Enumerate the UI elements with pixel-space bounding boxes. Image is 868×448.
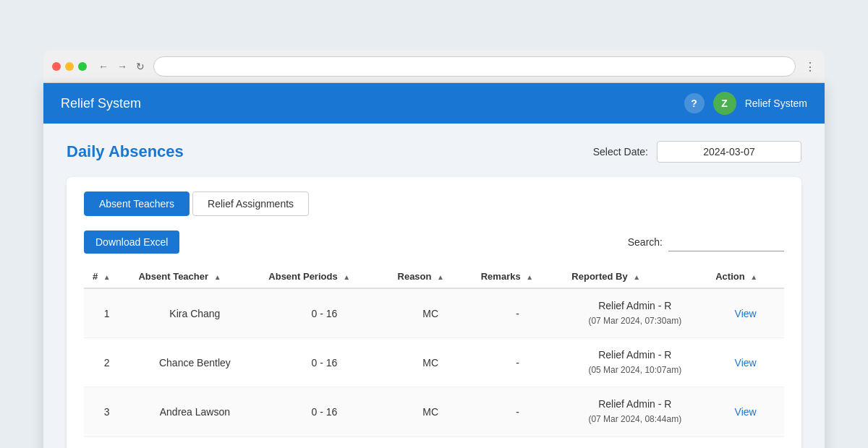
cell-periods-0: 0 - 16 [260, 288, 388, 338]
cell-remarks-0: - [472, 288, 563, 338]
table-row: 1 Kira Chang 0 - 16 MC - Relief Admin - … [84, 288, 784, 338]
cell-num-1: 2 [84, 338, 129, 387]
minimize-button[interactable] [65, 62, 74, 71]
main-card: Absent Teachers Relief Assignments Downl… [67, 177, 801, 448]
cell-periods-3: 0 - 16 [260, 436, 388, 448]
sort-icon-num: ▲ [103, 273, 111, 281]
cell-reported-1: Relief Admin - R (05 Mar 2024, 10:07am) [563, 338, 707, 387]
table-row: 4 Beau Rodgers 0 - 16 MC - Relief Admin … [84, 436, 784, 448]
date-selector: Select Date: [593, 141, 801, 163]
cell-action-1[interactable]: View [707, 338, 784, 387]
page-header: Daily Absences Select Date: [67, 141, 801, 163]
cell-reason-1: MC [389, 338, 472, 387]
cell-teacher-1: Chance Bentley [129, 338, 260, 387]
avatar: Z [713, 92, 736, 115]
cell-num-2: 3 [84, 387, 129, 436]
cell-reported-3: Relief Admin - R (07 Mar 2024, 03:03pm) [563, 436, 707, 448]
cell-reason-2: MC [389, 387, 472, 436]
cell-action-2[interactable]: View [707, 387, 784, 436]
col-header-action[interactable]: Action ▲ [707, 265, 784, 288]
address-bar[interactable] [153, 56, 796, 77]
sort-icon-reason: ▲ [437, 273, 444, 281]
col-header-remarks[interactable]: Remarks ▲ [472, 265, 563, 288]
sort-icon-action: ▲ [750, 273, 757, 281]
col-header-reported[interactable]: Reported By ▲ [563, 265, 707, 288]
browser-chrome: ← → ↻ ⋮ [43, 51, 825, 83]
nav-arrows: ← → ↻ [95, 59, 148, 74]
sort-icon-reported: ▲ [633, 273, 640, 281]
cell-periods-2: 0 - 16 [260, 387, 388, 436]
search-input[interactable] [668, 233, 784, 251]
view-link-2[interactable]: View [735, 406, 757, 418]
table-container: # ▲ Absent Teacher ▲ Absent Periods ▲ [84, 265, 784, 448]
tab-absent-teachers[interactable]: Absent Teachers [84, 191, 190, 216]
view-link-1[interactable]: View [735, 357, 757, 369]
page-title: Daily Absences [67, 142, 184, 161]
table-header-row: # ▲ Absent Teacher ▲ Absent Periods ▲ [84, 265, 784, 288]
cell-remarks-1: - [472, 338, 563, 387]
search-area: Search: [628, 233, 784, 251]
cell-reason-3: MC [389, 436, 472, 448]
cell-reported-2: Relief Admin - R (07 Mar 2024, 08:44am) [563, 387, 707, 436]
cell-reason-0: MC [389, 288, 472, 338]
cell-periods-1: 0 - 16 [260, 338, 388, 387]
forward-button[interactable]: → [114, 59, 130, 74]
table-row: 2 Chance Bentley 0 - 16 MC - Relief Admi… [84, 338, 784, 387]
close-button[interactable] [52, 62, 61, 71]
cell-action-3[interactable]: View [707, 436, 784, 448]
app-title: Relief System [61, 96, 141, 111]
col-header-periods[interactable]: Absent Periods ▲ [260, 265, 388, 288]
header-right: ? Z Relief System [684, 92, 807, 115]
col-header-num[interactable]: # ▲ [84, 265, 129, 288]
date-input[interactable] [657, 141, 801, 163]
sort-icon-remarks: ▲ [526, 273, 533, 281]
sort-icon-periods: ▲ [343, 273, 350, 281]
table-row: 3 Andrea Lawson 0 - 16 MC - Relief Admin… [84, 387, 784, 436]
cell-action-0[interactable]: View [707, 288, 784, 338]
cell-remarks-3: - [472, 436, 563, 448]
cell-remarks-2: - [472, 387, 563, 436]
table-body: 1 Kira Chang 0 - 16 MC - Relief Admin - … [84, 288, 784, 448]
back-button[interactable]: ← [95, 59, 111, 74]
browser-menu-icon[interactable]: ⋮ [804, 60, 816, 74]
user-name-label: Relief System [745, 98, 807, 109]
traffic-lights [52, 62, 87, 71]
tabs: Absent Teachers Relief Assignments [84, 191, 784, 216]
cell-teacher-2: Andrea Lawson [129, 387, 260, 436]
browser-window: Relief System ? Z Relief System Daily Ab… [43, 83, 825, 448]
cell-reported-0: Relief Admin - R (07 Mar 2024, 07:30am) [563, 288, 707, 338]
search-label: Search: [628, 236, 663, 248]
col-header-reason[interactable]: Reason ▲ [389, 265, 472, 288]
view-link-0[interactable]: View [735, 308, 757, 319]
download-excel-button[interactable]: Download Excel [84, 231, 179, 254]
tab-relief-assignments[interactable]: Relief Assignments [192, 191, 309, 216]
page-content: Daily Absences Select Date: Absent Teach… [43, 124, 825, 448]
app-header: Relief System ? Z Relief System [43, 83, 825, 124]
cell-teacher-3: Beau Rodgers [129, 436, 260, 448]
col-header-teacher[interactable]: Absent Teacher ▲ [129, 265, 260, 288]
cell-num-3: 4 [84, 436, 129, 448]
maximize-button[interactable] [78, 62, 87, 71]
reload-button[interactable]: ↻ [133, 59, 148, 74]
date-label: Select Date: [593, 146, 648, 158]
help-icon[interactable]: ? [684, 93, 705, 113]
sort-icon-teacher: ▲ [214, 273, 221, 281]
cell-teacher-0: Kira Chang [129, 288, 260, 338]
cell-num-0: 1 [84, 288, 129, 338]
toolbar: Download Excel Search: [84, 231, 784, 254]
absences-table: # ▲ Absent Teacher ▲ Absent Periods ▲ [84, 265, 784, 448]
